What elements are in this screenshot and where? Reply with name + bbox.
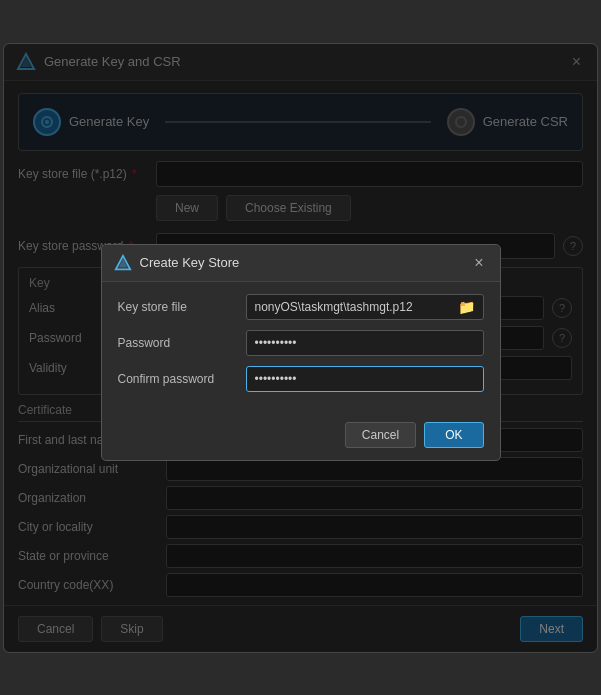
modal-browse-button[interactable]: 📁 — [454, 299, 479, 315]
modal-overlay: Create Key Store × Key store file 📁 Pass… — [4, 44, 597, 652]
modal-keystore-file-row: Key store file 📁 — [118, 294, 484, 320]
modal-body: Key store file 📁 Password Confirm passwo… — [102, 282, 500, 414]
modal-keystore-file-label: Key store file — [118, 300, 238, 314]
main-dialog: Generate Key and CSR × Generate Key Gene… — [3, 43, 598, 653]
modal-ok-button[interactable]: OK — [424, 422, 483, 448]
modal-password-input[interactable] — [246, 330, 484, 356]
modal-title-text: Create Key Store — [140, 255, 240, 270]
modal-cancel-button[interactable]: Cancel — [345, 422, 416, 448]
modal-confirm-row: Confirm password — [118, 366, 484, 392]
modal-keystore-file-input[interactable] — [255, 300, 454, 314]
modal-footer: Cancel OK — [102, 414, 500, 460]
modal-password-label: Password — [118, 336, 238, 350]
modal-keystore-file-wrap: 📁 — [246, 294, 484, 320]
modal-title-bar: Create Key Store × — [102, 245, 500, 282]
create-keystore-dialog: Create Key Store × Key store file 📁 Pass… — [101, 244, 501, 461]
modal-close-button[interactable]: × — [470, 253, 487, 273]
modal-password-row: Password — [118, 330, 484, 356]
modal-confirm-label: Confirm password — [118, 372, 238, 386]
modal-title-left: Create Key Store — [114, 254, 240, 272]
modal-confirm-input[interactable] — [246, 366, 484, 392]
modal-app-icon — [114, 254, 132, 272]
